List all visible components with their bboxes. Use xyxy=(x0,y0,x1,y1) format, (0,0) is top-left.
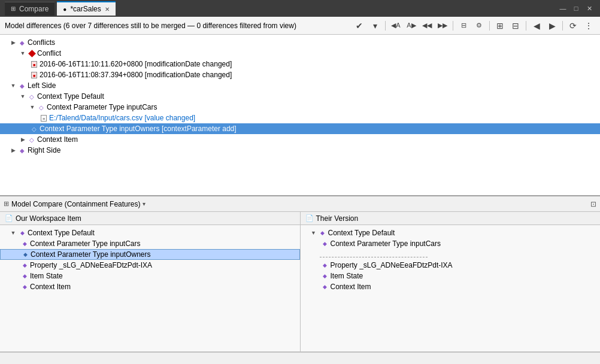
left-item-state-node[interactable]: ◆ Item State xyxy=(0,271,300,281)
expand-left-ctx[interactable]: ▼ xyxy=(10,229,17,236)
date2-node[interactable]: ■ 2016-06-16T11:08:37.394+0800 [modifica… xyxy=(0,69,600,80)
expand-left-side[interactable]: ▼ xyxy=(10,82,17,89)
left-inputowners-label: Context Parameter Type inputOwners xyxy=(31,250,151,259)
right-side-node[interactable]: ▶ ◆ Right Side xyxy=(0,145,600,156)
left-inputcars-node[interactable]: ◆ Context Parameter Type inputCars xyxy=(0,238,300,249)
left-context-item-node[interactable]: ◆ Context Item xyxy=(0,281,300,292)
right-side-label: Right Side xyxy=(28,146,60,154)
tree-area: ▶ ◆ Conflicts ▼ Conflict xyxy=(0,35,600,195)
right-property-node[interactable]: ◆ Property _sLG_ADNeEeaFDtzPdt-IXA xyxy=(301,260,601,271)
sep-3 xyxy=(489,21,490,31)
right-col-header: 📄 Their Version xyxy=(301,212,601,225)
context-item-node[interactable]: ▶ ◇ Context Item xyxy=(0,134,600,145)
expand-right-ctx[interactable]: ▼ xyxy=(310,229,317,236)
expand-inputcars[interactable]: ▼ xyxy=(29,104,36,111)
bottom-toolbar: ⊞ Model Compare (Containment Features) ▾… xyxy=(0,196,600,212)
left-inputowners-node[interactable]: ◆ Context Parameter Type inputOwners xyxy=(0,249,300,260)
conflict-node[interactable]: ▼ Conflict xyxy=(0,48,600,59)
maximize-panel-button[interactable]: ⊡ xyxy=(590,200,596,208)
sync-button[interactable]: ⟳ xyxy=(566,19,580,32)
left-side-node[interactable]: ▼ ◆ Left Side xyxy=(0,80,600,91)
dashed-separator xyxy=(320,257,428,257)
left-ctx-type-label: Context Type Default xyxy=(28,229,95,237)
date2-label: 2016-06-16T11:08:37.394+0800 [modificati… xyxy=(40,71,232,79)
copy-right-all-button[interactable]: ▶▶ xyxy=(436,19,449,32)
tab-compare-label: Compare xyxy=(19,5,49,13)
left-context-item-icon: ◆ xyxy=(20,283,29,291)
left-col-icon: 📄 xyxy=(5,214,13,222)
sep-2 xyxy=(453,21,453,31)
settings-button[interactable]: ⚙ xyxy=(472,19,486,32)
right-col-icon: 📄 xyxy=(305,214,314,222)
expand-conflict[interactable]: ▼ xyxy=(19,50,26,57)
right-compare-col: 📄 Their Version ▼ ◆ Context Type Default xyxy=(301,212,601,351)
inputcars-label: Context Parameter Type inputCars xyxy=(47,103,157,111)
filter-button[interactable]: ⊟ xyxy=(457,19,470,32)
close-tab-button[interactable]: ✕ xyxy=(105,6,110,13)
dropdown-button[interactable]: ▾ xyxy=(368,19,381,32)
accept-all-button[interactable]: ✔ xyxy=(353,19,366,32)
ctx-type-label: Context Type Default xyxy=(37,92,104,101)
left-property-label: Property _sLG_ADNeEeaFDtzPdt-IXA xyxy=(30,261,152,269)
expand-ctx-type[interactable]: ▼ xyxy=(19,93,26,100)
inputowners-label: Context Parameter Type inputOwners [cont… xyxy=(40,125,237,133)
right-property-icon: ◆ xyxy=(321,261,329,269)
prev-button[interactable]: ◀ xyxy=(530,19,543,32)
copy-left-all-button[interactable]: ◀◀ xyxy=(420,19,434,32)
left-col-title: Our Workspace Item xyxy=(16,214,81,223)
expand-context-item[interactable]: ▶ xyxy=(19,136,26,143)
more-button[interactable]: ⋮ xyxy=(582,19,595,32)
left-inputcars-icon: ◆ xyxy=(20,239,29,248)
minimize-button[interactable]: — xyxy=(557,2,569,14)
expand-conflicts[interactable]: ▶ xyxy=(10,39,17,46)
left-ctx-type-node[interactable]: ▼ ◆ Context Type Default xyxy=(0,228,300,238)
date2-icon: ■ xyxy=(30,71,38,79)
conflicts-parent-node[interactable]: ▶ ◆ Conflicts xyxy=(0,37,600,48)
tab-compare[interactable]: ⊞ Compare xyxy=(5,2,54,16)
right-inputcars-node[interactable]: ◆ Context Parameter Type inputCars xyxy=(301,238,601,249)
tab-carsales[interactable]: ● *carSales ✕ xyxy=(57,1,115,16)
right-item-state-icon: ◆ xyxy=(321,272,329,280)
collapse-all-button[interactable]: ⊟ xyxy=(509,19,522,32)
left-item-state-icon: ◆ xyxy=(20,272,29,280)
compare-columns: 📄 Our Workspace Item ▼ ◆ Context Type De… xyxy=(0,212,600,352)
ctx-type-icon: ◇ xyxy=(28,92,36,101)
maximize-button[interactable]: □ xyxy=(570,2,582,14)
tab-carsales-label: *carSales xyxy=(70,5,101,13)
date1-icon: ■ xyxy=(30,60,38,68)
ctx-param-inputcars-node[interactable]: ▼ ◇ Context Parameter Type inputCars xyxy=(0,102,600,113)
close-window-button[interactable]: ✕ xyxy=(583,2,595,14)
conflict-label: Conflict xyxy=(37,49,61,57)
ctx-param-inputowners-node[interactable]: ◇ Context Parameter Type inputOwners [co… xyxy=(0,123,600,134)
bottom-expand-icon[interactable]: ▾ xyxy=(143,201,146,207)
csv-file-icon: ≡ xyxy=(40,114,48,122)
ctx-type-default-node[interactable]: ▼ ◇ Context Type Default xyxy=(0,91,600,102)
right-item-state-label: Item State xyxy=(331,272,363,280)
bottom-panel-icon: ⊞ xyxy=(4,200,9,208)
right-side-icon: ◆ xyxy=(18,146,26,154)
right-context-item-node[interactable]: ◆ Context Item xyxy=(301,281,601,292)
right-col-title: Their Version xyxy=(316,214,359,223)
expand-right-side[interactable]: ▶ xyxy=(10,147,17,154)
expand-all-button[interactable]: ⊞ xyxy=(493,19,507,32)
date1-node[interactable]: ■ 2016-06-16T11:10:11.620+0800 [modifica… xyxy=(0,59,600,69)
top-toolbar: Model differences (6 over 7 differences … xyxy=(0,17,600,35)
context-item-icon: ◇ xyxy=(28,135,36,144)
left-property-node[interactable]: ◆ Property _sLG_ADNeEeaFDtzPdt-IXA xyxy=(0,260,300,271)
right-col-content: ▼ ◆ Context Type Default ◆ Context Param… xyxy=(301,225,601,351)
conflicts-label: Conflicts xyxy=(28,38,55,47)
right-empty-placeholder xyxy=(301,249,601,260)
right-ctx-type-node[interactable]: ▼ ◆ Context Type Default xyxy=(301,228,601,238)
next-button[interactable]: ▶ xyxy=(546,19,559,32)
right-context-item-icon: ◆ xyxy=(321,283,329,291)
main-area: Model differences (6 over 7 differences … xyxy=(0,17,600,364)
bottom-panel-title: Model Compare (Containment Features) xyxy=(11,200,140,208)
copy-left-button[interactable]: ◀A xyxy=(389,19,402,32)
inputowners-icon: ◇ xyxy=(30,125,38,133)
copy-right-button[interactable]: A▶ xyxy=(405,19,418,32)
right-ctx-type-label: Context Type Default xyxy=(328,229,395,237)
right-inputcars-label: Context Parameter Type inputCars xyxy=(331,239,441,248)
window-controls: — □ ✕ xyxy=(557,2,595,14)
cars-csv-node[interactable]: ≡ E:/Talend/Data/Input/cars.csv [value c… xyxy=(0,113,600,123)
right-item-state-node[interactable]: ◆ Item State xyxy=(301,271,601,281)
